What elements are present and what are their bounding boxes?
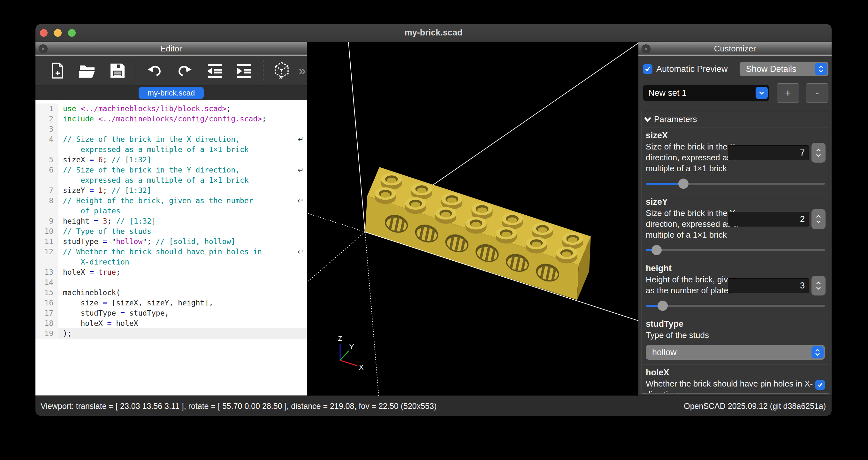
code-text: holeX = true; xyxy=(58,267,307,277)
new-file-button[interactable] xyxy=(42,58,72,83)
open-folder-icon xyxy=(78,62,97,80)
line-number: 2 xyxy=(35,114,58,124)
code-line: 6// Size of the brick in the Y direction… xyxy=(35,165,307,175)
axis-label-y: Y xyxy=(349,343,354,351)
unindent-button[interactable] xyxy=(199,58,229,83)
slider-thumb[interactable] xyxy=(651,245,662,255)
open-file-button[interactable] xyxy=(72,58,102,83)
param-select[interactable]: hollow xyxy=(646,345,825,360)
remove-preset-button[interactable]: - xyxy=(806,83,828,102)
save-file-button[interactable] xyxy=(102,58,132,83)
svg-text:»: » xyxy=(279,73,283,80)
code-text: include <../machineblocks/config/config.… xyxy=(58,114,307,124)
line-number: 8 xyxy=(35,195,58,206)
editor-close-icon[interactable]: × xyxy=(39,44,48,53)
code-text: of plates xyxy=(58,206,307,216)
new-file-icon xyxy=(49,62,66,80)
viewport-status-text: Viewport: translate = [ 23.03 13.56 3.11… xyxy=(40,402,437,411)
preset-combo[interactable]: New set 1 xyxy=(643,85,769,101)
dropdown-updown-icon xyxy=(815,63,827,75)
brick-model xyxy=(365,167,591,300)
param-description: Type of the studs xyxy=(646,330,825,340)
param-slider[interactable] xyxy=(646,300,825,311)
editor-header: × Editor xyxy=(35,42,307,56)
toolbar-overflow-icon[interactable]: » xyxy=(299,64,304,78)
param-height: heightHeight of the brick, given as the … xyxy=(642,260,829,316)
tab-my-brick[interactable]: my-brick.scad xyxy=(138,87,204,99)
undo-icon xyxy=(146,62,163,80)
param-spinner[interactable] xyxy=(811,143,826,162)
param-spinner[interactable] xyxy=(811,276,826,296)
code-line: 18 holeX = holeX xyxy=(35,318,307,328)
automatic-preview-checkbox[interactable] xyxy=(643,64,652,74)
param-value-field[interactable]: 7 xyxy=(728,145,809,160)
line-number: 7 xyxy=(35,185,58,195)
add-preset-button[interactable]: + xyxy=(777,83,799,102)
slider-thumb[interactable] xyxy=(657,301,668,311)
axis-label-x: X xyxy=(359,363,364,371)
customizer-close-icon[interactable]: × xyxy=(642,44,651,53)
code-text: // Type of the studs xyxy=(58,226,307,236)
editor-tab-bar: my-brick.scad xyxy=(35,85,307,100)
param-slider[interactable] xyxy=(646,178,825,189)
parameters-label: Parameters xyxy=(654,114,697,124)
code-line: 7sizeY = 1; // [1:32] xyxy=(35,185,307,195)
param-spinner[interactable] xyxy=(811,209,826,229)
redo-button[interactable] xyxy=(169,58,199,83)
line-number xyxy=(35,206,58,216)
param-description: Height of the brick, given as the number… xyxy=(646,274,740,296)
code-line: expressed as a multiple of a 1×1 brick xyxy=(35,144,307,155)
axis-z-line xyxy=(348,42,365,232)
code-line: of plates xyxy=(35,206,307,216)
line-number xyxy=(35,144,58,155)
editor-header-label: Editor xyxy=(160,44,182,54)
code-text: // Size of the brick in the X direction, xyxy=(58,134,307,144)
code-text: use <../machineblocks/lib/block.scad>; xyxy=(58,103,307,114)
param-sizeY: sizeYSize of the brick in the Y directio… xyxy=(642,193,829,260)
code-line: 15machineblock( xyxy=(35,287,307,298)
slider-thumb[interactable] xyxy=(678,179,688,189)
axis-negative-x-line xyxy=(307,213,365,232)
editor-toolbar: » » xyxy=(35,56,307,85)
code-text: studType = "hollow"; // [solid, hollow] xyxy=(58,236,307,247)
param-name: sizeY xyxy=(646,197,825,207)
preview-render-button[interactable]: » xyxy=(267,58,297,83)
redo-icon xyxy=(176,62,193,80)
viewport-3d[interactable]: ZYX xyxy=(307,42,639,396)
param-holeX: holeXWhether the brick should have pin h… xyxy=(642,364,829,394)
details-dropdown-value: Show Details xyxy=(740,64,815,74)
automatic-preview-label: Automatic Preview xyxy=(656,64,728,74)
code-line: expressed as a multiple of a 1×1 brick xyxy=(35,175,307,185)
undo-button[interactable] xyxy=(140,58,169,83)
indent-button[interactable] xyxy=(229,58,260,83)
param-checkbox[interactable] xyxy=(815,380,825,390)
param-name: holeX xyxy=(646,368,825,377)
customizer-header-label: Customizer xyxy=(714,44,756,54)
param-value-field[interactable]: 2 xyxy=(728,212,809,226)
axis-negative-y-line xyxy=(307,232,365,282)
code-editor[interactable]: 1use <../machineblocks/lib/block.scad>;2… xyxy=(35,100,307,396)
param-value-field[interactable]: 3 xyxy=(728,278,809,293)
param-name: studType xyxy=(646,319,825,329)
details-dropdown[interactable]: Show Details xyxy=(740,62,828,76)
status-bar: Viewport: translate = [ 23.03 13.56 3.11… xyxy=(35,396,832,416)
code-text: // Whether the brick should have pin hol… xyxy=(58,247,307,257)
line-number: 19 xyxy=(35,328,58,339)
parameters-group: Parameters sizeXSize of the brick in the… xyxy=(642,111,829,394)
param-studType: studTypeType of the studshollow xyxy=(642,316,829,364)
line-number: 1 xyxy=(35,103,58,114)
parameters-group-header[interactable]: Parameters xyxy=(642,111,829,127)
chevron-down-icon xyxy=(644,114,651,124)
param-description: Whether the brick should have pin holes … xyxy=(646,378,815,394)
code-line: 11studType = "hollow"; // [solid, hollow… xyxy=(35,236,307,247)
line-number xyxy=(35,175,58,185)
axis-triad: ZYX xyxy=(338,334,364,371)
param-slider[interactable] xyxy=(646,245,825,255)
line-number: 13 xyxy=(35,267,58,277)
customizer-body: Automatic Preview Show Details xyxy=(639,56,832,396)
automatic-preview-toggle[interactable]: Automatic Preview xyxy=(643,64,728,74)
unindent-icon xyxy=(205,62,224,80)
main-area: × Editor xyxy=(35,42,832,396)
line-number: 15 xyxy=(35,287,58,298)
code-line: 13holeX = true; xyxy=(35,267,307,277)
